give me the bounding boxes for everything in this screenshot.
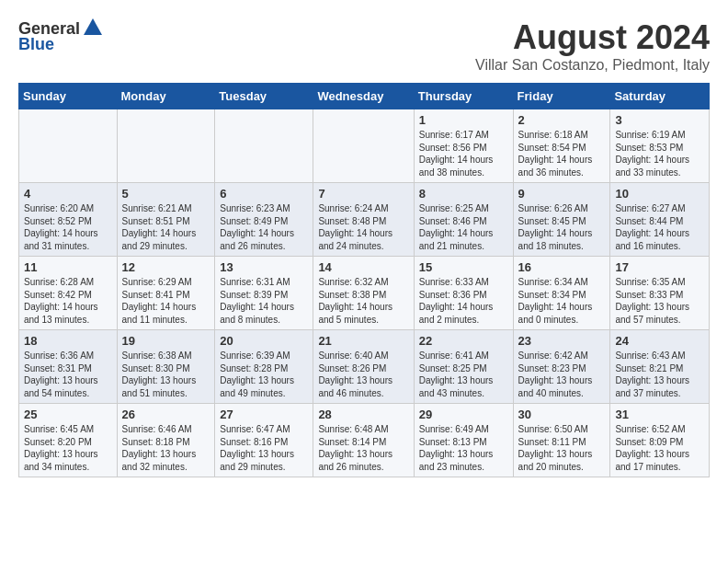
title-section: August 2024 Villar San Costanzo, Piedmon… <box>475 18 710 74</box>
svg-marker-0 <box>84 18 102 35</box>
day-number: 15 <box>419 260 508 274</box>
cell-content: Sunrise: 6:17 AM Sunset: 8:56 PM Dayligh… <box>419 129 508 178</box>
cell-content: Sunrise: 6:41 AM Sunset: 8:25 PM Dayligh… <box>419 350 508 399</box>
day-header-monday: Monday <box>117 84 215 109</box>
cell-content: Sunrise: 6:24 AM Sunset: 8:48 PM Dayligh… <box>318 202 408 252</box>
day-number: 30 <box>518 408 606 421</box>
calendar-cell: 5Sunrise: 6:21 AM Sunset: 8:51 PM Daylig… <box>117 183 215 257</box>
day-number: 10 <box>615 187 704 201</box>
day-number: 18 <box>24 334 112 348</box>
cell-content: Sunrise: 6:25 AM Sunset: 8:46 PM Dayligh… <box>419 202 508 252</box>
calendar-cell: 2Sunrise: 6:18 AM Sunset: 8:54 PM Daylig… <box>513 109 610 183</box>
calendar-cell: 19Sunrise: 6:38 AM Sunset: 8:30 PM Dayli… <box>117 330 215 404</box>
cell-content: Sunrise: 6:35 AM Sunset: 8:33 PM Dayligh… <box>615 276 704 326</box>
cell-content: Sunrise: 6:36 AM Sunset: 8:31 PM Dayligh… <box>24 350 112 399</box>
cell-content: Sunrise: 6:39 AM Sunset: 8:28 PM Dayligh… <box>220 350 308 399</box>
page-header: General Blue August 2024 Villar San Cost… <box>18 18 710 74</box>
cell-content: Sunrise: 6:27 AM Sunset: 8:44 PM Dayligh… <box>615 202 704 252</box>
day-header-saturday: Saturday <box>610 84 710 109</box>
calendar-cell: 18Sunrise: 6:36 AM Sunset: 8:31 PM Dayli… <box>19 330 118 404</box>
day-number: 4 <box>24 187 112 201</box>
day-number: 11 <box>24 260 112 274</box>
day-number: 8 <box>419 187 508 201</box>
day-number: 28 <box>318 408 408 421</box>
day-number: 14 <box>318 260 408 274</box>
month-title: August 2024 <box>475 18 710 57</box>
calendar-week-row: 11Sunrise: 6:28 AM Sunset: 8:42 PM Dayli… <box>19 257 710 330</box>
day-number: 31 <box>615 408 704 421</box>
cell-content: Sunrise: 6:48 AM Sunset: 8:14 PM Dayligh… <box>318 423 408 473</box>
cell-content: Sunrise: 6:31 AM Sunset: 8:39 PM Dayligh… <box>220 276 308 326</box>
cell-content: Sunrise: 6:50 AM Sunset: 8:11 PM Dayligh… <box>518 423 606 473</box>
calendar-cell: 12Sunrise: 6:29 AM Sunset: 8:41 PM Dayli… <box>117 257 215 330</box>
calendar-cell: 27Sunrise: 6:47 AM Sunset: 8:16 PM Dayli… <box>215 404 313 477</box>
day-number: 12 <box>122 260 210 274</box>
day-number: 25 <box>24 408 112 421</box>
day-number: 21 <box>318 334 408 348</box>
calendar-table: SundayMondayTuesdayWednesdayThursdayFrid… <box>18 83 710 477</box>
day-number: 7 <box>318 187 408 201</box>
calendar-cell: 31Sunrise: 6:52 AM Sunset: 8:09 PM Dayli… <box>610 404 710 477</box>
calendar-cell: 8Sunrise: 6:25 AM Sunset: 8:46 PM Daylig… <box>414 183 513 257</box>
day-number: 20 <box>220 334 308 348</box>
cell-content: Sunrise: 6:38 AM Sunset: 8:30 PM Dayligh… <box>122 350 210 399</box>
cell-content: Sunrise: 6:49 AM Sunset: 8:13 PM Dayligh… <box>419 423 508 473</box>
cell-content: Sunrise: 6:40 AM Sunset: 8:26 PM Dayligh… <box>318 350 408 399</box>
cell-content: Sunrise: 6:26 AM Sunset: 8:45 PM Dayligh… <box>518 202 606 252</box>
day-number: 5 <box>122 187 210 201</box>
calendar-cell: 17Sunrise: 6:35 AM Sunset: 8:33 PM Dayli… <box>610 257 710 330</box>
calendar-cell <box>313 109 414 183</box>
calendar-cell: 25Sunrise: 6:45 AM Sunset: 8:20 PM Dayli… <box>19 404 118 477</box>
cell-content: Sunrise: 6:47 AM Sunset: 8:16 PM Dayligh… <box>220 423 308 473</box>
calendar-cell: 24Sunrise: 6:43 AM Sunset: 8:21 PM Dayli… <box>610 330 710 404</box>
calendar-week-row: 1Sunrise: 6:17 AM Sunset: 8:56 PM Daylig… <box>19 109 710 183</box>
calendar-cell <box>117 109 215 183</box>
day-number: 29 <box>419 408 508 421</box>
day-number: 2 <box>518 113 606 127</box>
cell-content: Sunrise: 6:21 AM Sunset: 8:51 PM Dayligh… <box>122 202 210 252</box>
cell-content: Sunrise: 6:28 AM Sunset: 8:42 PM Dayligh… <box>24 276 112 326</box>
calendar-cell: 7Sunrise: 6:24 AM Sunset: 8:48 PM Daylig… <box>313 183 414 257</box>
cell-content: Sunrise: 6:18 AM Sunset: 8:54 PM Dayligh… <box>518 129 606 178</box>
calendar-cell: 6Sunrise: 6:23 AM Sunset: 8:49 PM Daylig… <box>215 183 313 257</box>
day-number: 19 <box>122 334 210 348</box>
calendar-cell: 9Sunrise: 6:26 AM Sunset: 8:45 PM Daylig… <box>513 183 610 257</box>
cell-content: Sunrise: 6:34 AM Sunset: 8:34 PM Dayligh… <box>518 276 606 326</box>
calendar-week-row: 25Sunrise: 6:45 AM Sunset: 8:20 PM Dayli… <box>19 404 710 477</box>
location-subtitle: Villar San Costanzo, Piedmont, Italy <box>475 57 710 74</box>
cell-content: Sunrise: 6:33 AM Sunset: 8:36 PM Dayligh… <box>419 276 508 326</box>
logo: General Blue <box>18 18 102 54</box>
logo-triangle-icon <box>84 18 102 39</box>
day-number: 1 <box>419 113 508 127</box>
calendar-cell <box>215 109 313 183</box>
cell-content: Sunrise: 6:46 AM Sunset: 8:18 PM Dayligh… <box>122 423 210 473</box>
calendar-cell: 1Sunrise: 6:17 AM Sunset: 8:56 PM Daylig… <box>414 109 513 183</box>
day-header-tuesday: Tuesday <box>215 84 313 109</box>
day-number: 22 <box>419 334 508 348</box>
calendar-cell <box>19 109 118 183</box>
calendar-cell: 23Sunrise: 6:42 AM Sunset: 8:23 PM Dayli… <box>513 330 610 404</box>
cell-content: Sunrise: 6:32 AM Sunset: 8:38 PM Dayligh… <box>318 276 408 326</box>
calendar-cell: 22Sunrise: 6:41 AM Sunset: 8:25 PM Dayli… <box>414 330 513 404</box>
cell-content: Sunrise: 6:42 AM Sunset: 8:23 PM Dayligh… <box>518 350 606 399</box>
day-number: 27 <box>220 408 308 421</box>
cell-content: Sunrise: 6:19 AM Sunset: 8:53 PM Dayligh… <box>615 129 704 178</box>
day-number: 6 <box>220 187 308 201</box>
day-number: 9 <box>518 187 606 201</box>
calendar-cell: 3Sunrise: 6:19 AM Sunset: 8:53 PM Daylig… <box>610 109 710 183</box>
day-number: 23 <box>518 334 606 348</box>
calendar-cell: 30Sunrise: 6:50 AM Sunset: 8:11 PM Dayli… <box>513 404 610 477</box>
day-number: 17 <box>615 260 704 274</box>
calendar-week-row: 18Sunrise: 6:36 AM Sunset: 8:31 PM Dayli… <box>19 330 710 404</box>
day-header-thursday: Thursday <box>414 84 513 109</box>
cell-content: Sunrise: 6:29 AM Sunset: 8:41 PM Dayligh… <box>122 276 210 326</box>
day-number: 16 <box>518 260 606 274</box>
calendar-cell: 4Sunrise: 6:20 AM Sunset: 8:52 PM Daylig… <box>19 183 118 257</box>
calendar-cell: 14Sunrise: 6:32 AM Sunset: 8:38 PM Dayli… <box>313 257 414 330</box>
cell-content: Sunrise: 6:20 AM Sunset: 8:52 PM Dayligh… <box>24 202 112 252</box>
day-header-wednesday: Wednesday <box>313 84 414 109</box>
cell-content: Sunrise: 6:43 AM Sunset: 8:21 PM Dayligh… <box>615 350 704 399</box>
calendar-cell: 29Sunrise: 6:49 AM Sunset: 8:13 PM Dayli… <box>414 404 513 477</box>
day-header-friday: Friday <box>513 84 610 109</box>
logo-blue-text: Blue <box>18 35 54 54</box>
